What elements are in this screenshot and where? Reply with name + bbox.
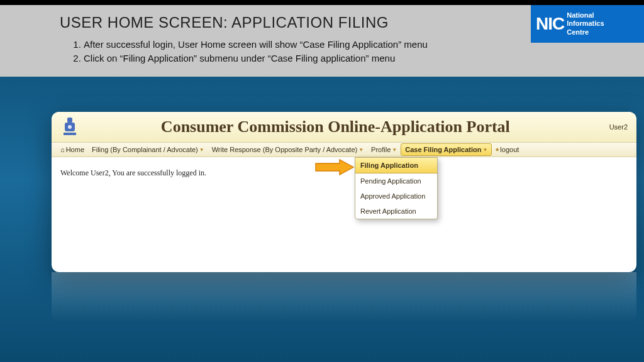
menu-home[interactable]: ⌂ Home <box>57 143 88 156</box>
menu-home-label: Home <box>66 146 84 153</box>
menu-write-response-label: Write Response (By Opposite Party / Advo… <box>212 146 358 153</box>
svg-marker-4 <box>316 160 353 175</box>
menu-logout-label: logout <box>500 146 519 153</box>
bullet-icon: ◆ <box>496 147 499 152</box>
portal-title: Consumer Commission Online-Application P… <box>62 118 609 136</box>
submenu-approved-application[interactable]: Approved Application <box>355 189 437 204</box>
nic-abbrev: NIC <box>536 14 564 34</box>
portal-window: Consumer Commission Online-Application P… <box>52 112 636 272</box>
slide-header: USER HOME SCREEN: APPLICATION FILING Aft… <box>0 5 644 77</box>
step-2: Click on “Filing Application” submenu un… <box>84 52 644 65</box>
nic-line2: Informatics <box>567 19 604 28</box>
menu-profile[interactable]: Profile ▼ <box>367 143 401 156</box>
nic-logo: NIC National Informatics Centre <box>531 5 644 43</box>
nic-fullname: National Informatics Centre <box>567 11 604 36</box>
case-filing-dropdown: Filing Application Pending Application A… <box>355 157 438 219</box>
submenu-filing-application[interactable]: Filing Application <box>355 158 437 173</box>
submenu-pending-application[interactable]: Pending Application <box>355 173 437 189</box>
nic-line1: National <box>567 11 604 19</box>
current-user-label: User2 <box>609 123 628 131</box>
portal-header: Consumer Commission Online-Application P… <box>52 112 636 142</box>
menu-write-response[interactable]: Write Response (By Opposite Party / Advo… <box>208 143 367 156</box>
menu-case-filing-label: Case Filing Application <box>405 146 481 153</box>
menu-logout[interactable]: ◆ logout <box>492 143 523 156</box>
menu-case-filing-application[interactable]: Case Filing Application ▼ <box>401 143 492 156</box>
home-icon: ⌂ <box>60 146 65 153</box>
chevron-down-icon: ▼ <box>392 147 397 153</box>
chevron-down-icon: ▼ <box>358 147 364 153</box>
menu-bar: ⌂ Home Filing (By Complainant / Advocate… <box>52 142 636 157</box>
menu-profile-label: Profile <box>371 146 391 153</box>
top-black-bar <box>0 0 644 5</box>
menu-filing-complainant-label: Filing (By Complainant / Advocate) <box>92 146 198 153</box>
callout-arrow-icon <box>314 158 355 178</box>
menu-filing-complainant[interactable]: Filing (By Complainant / Advocate) ▼ <box>88 143 208 156</box>
chevron-down-icon: ▼ <box>482 147 487 153</box>
submenu-revert-application[interactable]: Revert Application <box>355 204 437 219</box>
nic-line3: Centre <box>567 28 604 36</box>
chevron-down-icon: ▼ <box>199 147 204 153</box>
window-reflection <box>52 272 636 322</box>
